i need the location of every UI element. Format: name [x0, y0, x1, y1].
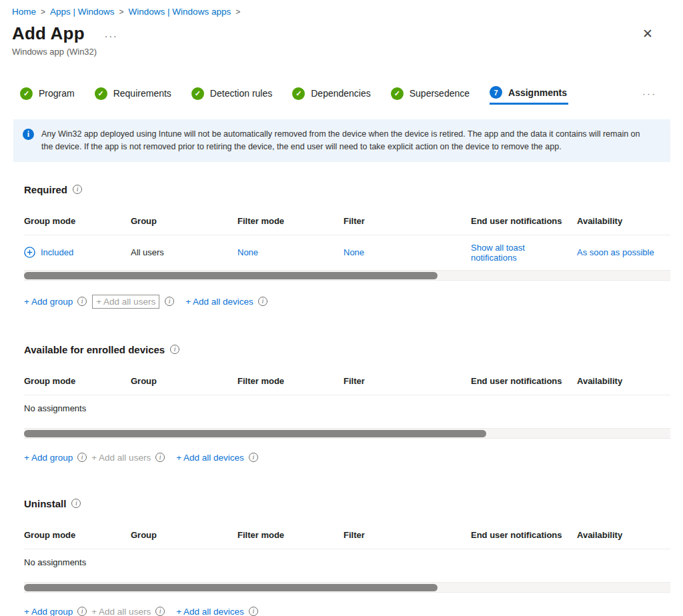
table-header-row: Group mode Group Filter mode Filter End …: [24, 212, 670, 235]
info-icon[interactable]: i: [249, 453, 258, 462]
page-subtitle: Windows app (Win32): [12, 47, 670, 57]
breadcrumb: Home > Apps | Windows > Windows | Window…: [12, 5, 670, 17]
end-user-notifications-link[interactable]: Show all toast notifications: [471, 243, 525, 263]
col-end-user-notifications: End user notifications: [471, 530, 577, 540]
filter-mode-link[interactable]: None: [237, 247, 258, 257]
add-all-devices-button[interactable]: + Add all devices: [185, 297, 253, 307]
col-filter: Filter: [344, 376, 471, 386]
check-icon: ✓: [20, 87, 33, 100]
horizontal-scrollbar[interactable]: [24, 429, 670, 439]
breadcrumb-separator: >: [235, 7, 240, 17]
required-actions: + Add group i + Add all users i + Add al…: [24, 295, 670, 309]
col-group-mode: Group mode: [24, 376, 131, 386]
step-label: Requirements: [113, 88, 171, 99]
info-icon[interactable]: i: [77, 453, 87, 462]
breadcrumb-separator: >: [119, 7, 124, 17]
breadcrumb-home[interactable]: Home: [12, 7, 36, 17]
col-group-mode: Group mode: [24, 216, 131, 226]
add-all-devices-button[interactable]: + Add all devices: [176, 453, 244, 463]
step-number-badge: 7: [490, 86, 502, 99]
info-icon[interactable]: i: [71, 499, 81, 508]
col-filter: Filter: [344, 216, 471, 226]
step-assignments[interactable]: 7 Assignments: [490, 82, 568, 105]
required-table: Group mode Group Filter mode Filter End …: [24, 212, 670, 281]
horizontal-scrollbar[interactable]: [24, 583, 670, 593]
add-all-users-button[interactable]: + Add all users: [91, 453, 151, 463]
col-availability: Availability: [577, 530, 670, 540]
col-filter-mode: Filter mode: [237, 376, 344, 386]
step-label: Dependencies: [311, 88, 371, 99]
breadcrumb-separator: >: [41, 7, 45, 17]
info-icon[interactable]: i: [155, 453, 165, 462]
step-program[interactable]: ✓ Program: [20, 82, 75, 105]
breadcrumb-apps-windows[interactable]: Apps | Windows: [50, 7, 115, 17]
info-icon[interactable]: i: [165, 297, 174, 306]
table-header-row: Group mode Group Filter mode Filter End …: [24, 372, 670, 395]
group-cell: All users: [131, 247, 237, 257]
step-detection-rules[interactable]: ✓ Detection rules: [191, 82, 272, 105]
add-app-panel: Home > Apps | Windows > Windows | Window…: [0, 0, 683, 616]
col-availability: Availability: [577, 216, 670, 226]
add-group-button[interactable]: + Add group: [24, 607, 73, 616]
close-icon[interactable]: ✕: [640, 25, 656, 43]
available-actions: + Add group i + Add all users i + Add al…: [24, 453, 670, 463]
section-uninstall: Uninstall i Group mode Group Filter mode…: [24, 498, 670, 616]
add-all-users-button[interactable]: + Add all users: [91, 607, 151, 616]
section-title: Required: [24, 184, 67, 195]
add-all-users-button[interactable]: + Add all users: [92, 295, 159, 309]
section-required: Required i Group mode Group Filter mode …: [24, 184, 670, 309]
check-icon: ✓: [191, 87, 204, 100]
info-icon[interactable]: i: [73, 185, 82, 194]
step-label: Supersedence: [410, 88, 470, 99]
add-all-devices-button[interactable]: + Add all devices: [176, 607, 244, 616]
title-more-menu-icon[interactable]: ···: [105, 31, 118, 41]
check-icon: ✓: [391, 87, 404, 100]
scrollbar-thumb[interactable]: [24, 584, 438, 591]
step-supersedence[interactable]: ✓ Supersedence: [391, 82, 470, 105]
check-icon: ✓: [292, 87, 305, 100]
info-banner: i Any Win32 app deployed using Intune wi…: [13, 119, 670, 162]
empty-row: No assignments: [24, 549, 670, 583]
info-banner-text: Any Win32 app deployed using Intune will…: [41, 128, 644, 153]
plus-circle-icon[interactable]: [24, 247, 35, 258]
col-group: Group: [131, 376, 237, 386]
info-icon[interactable]: i: [170, 345, 179, 354]
info-icon[interactable]: i: [258, 297, 267, 306]
step-requirements[interactable]: ✓ Requirements: [95, 82, 171, 105]
step-label: Program: [39, 88, 75, 99]
availability-link[interactable]: As soon as possible: [577, 247, 654, 257]
col-filter-mode: Filter mode: [237, 530, 344, 540]
add-group-button[interactable]: + Add group: [24, 453, 73, 463]
step-dependencies[interactable]: ✓ Dependencies: [292, 82, 371, 105]
steps-overflow-icon[interactable]: ···: [642, 89, 657, 99]
col-availability: Availability: [577, 376, 670, 386]
empty-row: No assignments: [24, 395, 670, 429]
scrollbar-thumb[interactable]: [24, 272, 438, 279]
step-label: Assignments: [508, 87, 567, 98]
check-icon: ✓: [95, 87, 107, 100]
section-title: Available for enrolled devices: [24, 344, 165, 355]
col-end-user-notifications: End user notifications: [471, 216, 577, 226]
col-filter-mode: Filter mode: [237, 216, 344, 226]
title-bar: Add App ··· ✕: [12, 23, 670, 44]
wizard-steps: ✓ Program ✓ Requirements ✓ Detection rul…: [12, 82, 670, 105]
col-group: Group: [131, 530, 237, 540]
section-available: Available for enrolled devices i Group m…: [24, 344, 670, 463]
add-group-button[interactable]: + Add group: [24, 297, 73, 307]
page-title: Add App: [12, 23, 85, 44]
breadcrumb-windows-apps[interactable]: Windows | Windows apps: [129, 7, 231, 17]
step-label: Detection rules: [210, 88, 272, 99]
info-icon[interactable]: i: [77, 297, 87, 306]
info-icon[interactable]: i: [249, 607, 258, 616]
filter-link[interactable]: None: [344, 247, 364, 257]
group-mode-link[interactable]: Included: [41, 247, 73, 257]
horizontal-scrollbar[interactable]: [24, 271, 670, 281]
col-group-mode: Group mode: [24, 530, 131, 540]
info-icon: i: [23, 129, 34, 140]
section-title: Uninstall: [24, 498, 66, 509]
col-group: Group: [131, 216, 237, 226]
info-icon[interactable]: i: [77, 607, 87, 616]
scrollbar-thumb[interactable]: [24, 430, 486, 437]
info-icon[interactable]: i: [155, 607, 165, 616]
uninstall-table: Group mode Group Filter mode Filter End …: [24, 526, 670, 593]
